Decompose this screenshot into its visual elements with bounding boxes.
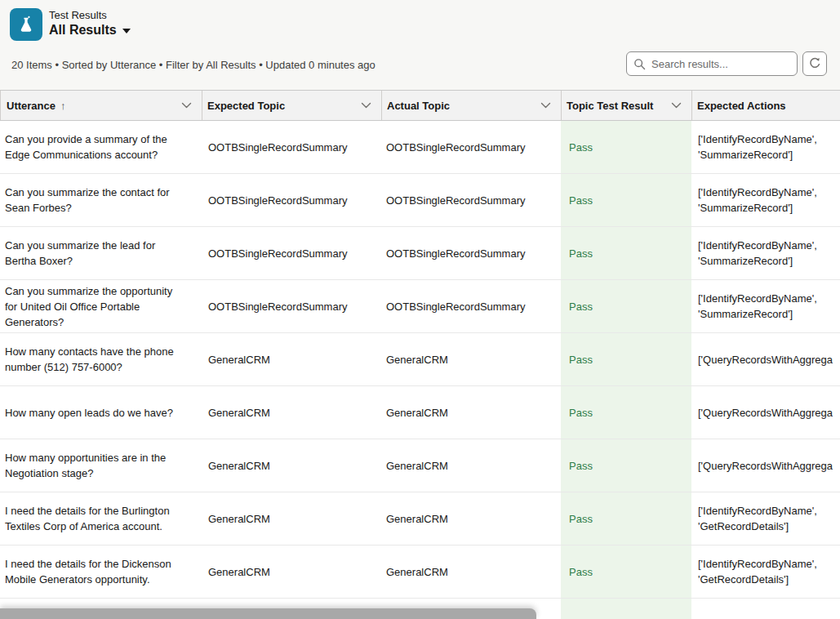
cell-utterance: Can you provide a summary of the Edge Co… bbox=[0, 121, 202, 173]
table-row: I need the details for the Dickenson Mob… bbox=[0, 546, 840, 599]
cell-expected-topic: GeneralCRM bbox=[202, 546, 381, 598]
cell-expected-topic: GeneralCRM bbox=[202, 492, 381, 545]
cell-topic-test-result: Pass bbox=[561, 492, 691, 545]
chevron-down-icon[interactable] bbox=[175, 102, 192, 109]
cell-expected-actions: ['IdentifyRecordByName', 'GetRecordDetai… bbox=[691, 492, 840, 545]
table-row: Can you provide a summary of the Edge Co… bbox=[0, 121, 840, 174]
cell-expected-topic: GeneralCRM bbox=[202, 386, 381, 439]
cell-topic-test-result: Pass bbox=[561, 386, 691, 439]
refresh-icon bbox=[808, 57, 821, 70]
object-label: Test Results bbox=[49, 9, 131, 21]
cell-expected-actions: ['IdentifyRecordByName', bbox=[691, 599, 840, 619]
cell-utterance: Can you summarize the contact for Sean F… bbox=[0, 174, 202, 226]
sort-asc-icon: ↑ bbox=[60, 100, 66, 112]
cell-utterance: I need the details for the Dickenson Mob… bbox=[0, 546, 202, 598]
search-icon bbox=[633, 58, 646, 70]
table-row: Can you summarize the opportunity for Un… bbox=[0, 280, 840, 333]
cell-actual-topic: GeneralCRM bbox=[381, 333, 561, 385]
horizontal-scrollbar-thumb[interactable] bbox=[0, 608, 536, 619]
dropdown-caret-icon bbox=[122, 29, 131, 33]
cell-expected-actions: ['QueryRecordsWithAggrega bbox=[691, 439, 840, 492]
cell-actual-topic: GeneralCRM bbox=[381, 546, 561, 598]
cell-expected-topic: OOTBSingleRecordSummary bbox=[202, 280, 381, 332]
table-header-row: Utterance↑Expected TopicActual TopicTopi… bbox=[0, 91, 840, 121]
table-body: Can you provide a summary of the Edge Co… bbox=[0, 121, 840, 619]
column-header-topic-test-result[interactable]: Topic Test Result bbox=[561, 91, 691, 120]
cell-topic-test-result: Pass bbox=[561, 280, 691, 332]
column-header-expected-actions[interactable]: Expected Actions bbox=[691, 91, 840, 120]
cell-utterance: Can you summarize the opportunity for Un… bbox=[0, 280, 202, 332]
search-box[interactable] bbox=[626, 51, 798, 76]
table-row: Can you summarize the lead for Bertha Bo… bbox=[0, 227, 840, 280]
page-header: Test Results All Results 20 Items • Sort… bbox=[0, 0, 840, 90]
column-label: Expected Topic bbox=[207, 100, 285, 112]
cell-utterance: How many open leads do we have? bbox=[0, 386, 202, 439]
cell-topic-test-result bbox=[561, 599, 691, 619]
cell-expected-topic: OOTBSingleRecordSummary bbox=[202, 174, 381, 226]
list-view-selector[interactable]: All Results bbox=[49, 23, 131, 38]
cell-topic-test-result: Pass bbox=[561, 333, 691, 385]
cell-expected-topic: GeneralCRM bbox=[202, 333, 381, 385]
cell-expected-actions: ['QueryRecordsWithAggrega bbox=[691, 386, 840, 439]
column-header-actual-topic[interactable]: Actual Topic bbox=[381, 91, 561, 120]
cell-expected-actions: ['QueryRecordsWithAggrega bbox=[691, 333, 840, 385]
cell-actual-topic: GeneralCRM bbox=[381, 386, 561, 439]
title-block: Test Results All Results bbox=[49, 9, 131, 38]
cell-expected-topic: OOTBSingleRecordSummary bbox=[202, 227, 381, 279]
cell-actual-topic: OOTBSingleRecordSummary bbox=[381, 174, 561, 226]
column-header-expected-topic[interactable]: Expected Topic bbox=[202, 91, 381, 120]
column-label: Expected Actions bbox=[697, 100, 786, 112]
table-row: I need the details for the Burlington Te… bbox=[0, 492, 840, 546]
cell-actual-topic: OOTBSingleRecordSummary bbox=[381, 280, 561, 332]
cell-expected-topic: GeneralCRM bbox=[202, 439, 381, 492]
cell-actual-topic: OOTBSingleRecordSummary bbox=[381, 121, 561, 173]
cell-expected-actions: ['IdentifyRecordByName', 'GetRecordDetai… bbox=[691, 546, 840, 598]
table-row: How many open leads do we have?GeneralCR… bbox=[0, 386, 840, 439]
cell-utterance: I need the details for the Burlington Te… bbox=[0, 492, 202, 545]
table-row: How many opportunities are in the Negoti… bbox=[0, 439, 840, 492]
cell-topic-test-result: Pass bbox=[561, 121, 691, 173]
cell-topic-test-result: Pass bbox=[561, 546, 691, 598]
cell-actual-topic: GeneralCRM bbox=[381, 492, 561, 545]
column-header-utterance[interactable]: Utterance↑ bbox=[0, 91, 202, 120]
results-table: Utterance↑Expected TopicActual TopicTopi… bbox=[0, 90, 840, 619]
test-results-page: Test Results All Results 20 Items • Sort… bbox=[0, 0, 840, 619]
refresh-button[interactable] bbox=[802, 51, 827, 76]
chevron-down-icon[interactable] bbox=[354, 102, 371, 109]
test-results-object-icon bbox=[10, 8, 42, 41]
cell-utterance: How many opportunities are in the Negoti… bbox=[0, 439, 202, 492]
chevron-down-icon[interactable] bbox=[664, 102, 682, 109]
list-view-label: All Results bbox=[49, 23, 117, 38]
cell-topic-test-result: Pass bbox=[561, 174, 691, 226]
cell-topic-test-result: Pass bbox=[561, 227, 691, 279]
cell-actual-topic: OOTBSingleRecordSummary bbox=[381, 227, 561, 279]
column-label: Actual Topic bbox=[387, 100, 450, 112]
search-input[interactable] bbox=[651, 58, 795, 70]
cell-expected-topic: OOTBSingleRecordSummary bbox=[202, 121, 381, 173]
column-label: Utterance bbox=[7, 100, 56, 112]
chevron-down-icon[interactable] bbox=[534, 102, 551, 109]
list-status-line: 20 Items • Sorted by Utterance • Filter … bbox=[11, 59, 376, 71]
cell-utterance: How many contacts have the phone number … bbox=[0, 333, 202, 385]
table-row: How many contacts have the phone number … bbox=[0, 333, 840, 386]
cell-expected-actions: ['IdentifyRecordByName', 'SummarizeRecor… bbox=[691, 280, 840, 332]
cell-expected-actions: ['IdentifyRecordByName', 'SummarizeRecor… bbox=[691, 227, 840, 279]
cell-topic-test-result: Pass bbox=[561, 439, 691, 492]
cell-utterance: Can you summarize the lead for Bertha Bo… bbox=[0, 227, 202, 279]
cell-expected-actions: ['IdentifyRecordByName', 'SummarizeRecor… bbox=[691, 174, 840, 226]
flask-icon bbox=[16, 14, 37, 35]
cell-actual-topic: GeneralCRM bbox=[381, 439, 561, 492]
column-label: Topic Test Result bbox=[567, 100, 653, 112]
table-row: Can you summarize the contact for Sean F… bbox=[0, 174, 840, 227]
cell-expected-actions: ['IdentifyRecordByName', 'SummarizeRecor… bbox=[691, 121, 840, 173]
